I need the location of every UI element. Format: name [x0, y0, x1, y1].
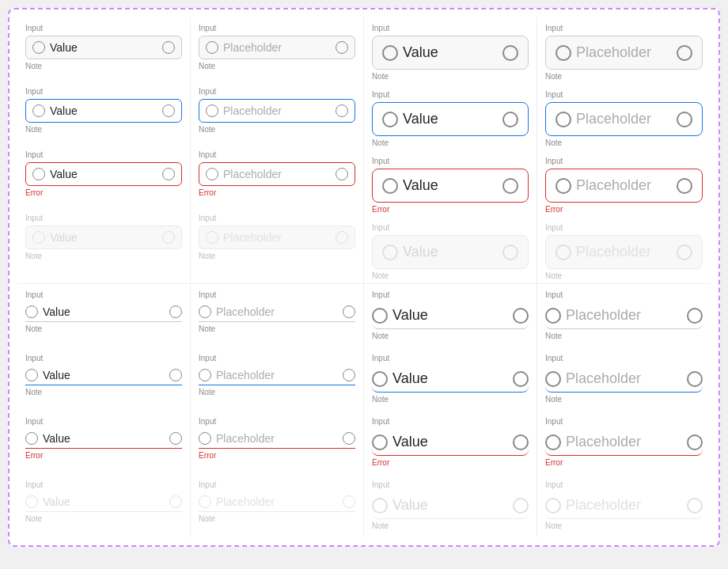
- col-small-bordered-value: Input Value Note Input Value: [17, 17, 191, 283]
- note-text: Note: [25, 252, 182, 260]
- note-text: Note: [372, 271, 529, 280]
- input-label: Input: [372, 417, 529, 426]
- input-field-bordered-placeholder-disabled: Placeholder: [199, 226, 355, 249]
- input-value: Value: [403, 111, 438, 127]
- note-text: Note: [25, 62, 182, 70]
- input-field-large-bordered-placeholder-error[interactable]: Placeholder: [545, 169, 703, 203]
- input-field-underline-ph-default[interactable]: Placeholder: [199, 302, 355, 322]
- input-field-bordered-error[interactable]: Value: [25, 162, 182, 186]
- radio-icon: [32, 231, 45, 244]
- input-block: Input Placeholder Error: [537, 150, 711, 217]
- radio-icon: [199, 305, 211, 318]
- radio-icon: [382, 112, 398, 127]
- radio-icon-right: [687, 308, 703, 324]
- radio-icon: [372, 434, 388, 450]
- input-field-underline-ph-active[interactable]: Placeholder: [199, 366, 355, 385]
- col-small-underline-placeholder: Input Placeholder Note Input Placeholder: [191, 283, 364, 537]
- input-block: Input Value Note: [364, 17, 537, 84]
- input-field-underline-ph-error[interactable]: Placeholder: [199, 429, 355, 449]
- input-field-underline-default[interactable]: Value: [25, 302, 182, 322]
- radio-icon: [555, 112, 571, 127]
- radio-icon-right: [336, 41, 348, 54]
- input-label: Input: [545, 90, 703, 99]
- input-label: Input: [545, 223, 703, 232]
- input-field-bordered-active[interactable]: Value: [25, 99, 182, 123]
- radio-icon: [25, 432, 38, 445]
- radio-icon-right: [162, 41, 175, 54]
- radio-icon: [545, 498, 561, 514]
- radio-icon: [545, 308, 561, 324]
- error-text: Error: [372, 458, 529, 467]
- radio-icon-right: [169, 432, 182, 445]
- main-container: Input Value Note Input Value: [8, 8, 720, 547]
- input-value: Value: [403, 244, 438, 260]
- radio-icon: [206, 231, 218, 244]
- input-field-large-underline-disabled: Value: [372, 492, 529, 519]
- input-label: Input: [199, 417, 355, 426]
- radio-icon: [555, 45, 571, 61]
- input-value: Value: [50, 41, 78, 54]
- radio-icon-right: [687, 498, 703, 514]
- radio-icon: [32, 41, 45, 54]
- input-field-underline-error[interactable]: Value: [25, 429, 182, 449]
- input-field-large-underline-ph-default[interactable]: Placeholder: [545, 302, 703, 329]
- radio-icon: [25, 369, 38, 381]
- error-text: Error: [199, 451, 355, 460]
- input-label: Input: [372, 90, 529, 99]
- input-block: Input Value Note: [364, 217, 537, 283]
- radio-icon: [372, 498, 388, 514]
- radio-icon: [372, 308, 388, 324]
- input-field-large-underline-active[interactable]: Value: [372, 366, 529, 393]
- input-value: Placeholder: [223, 231, 282, 244]
- input-field-large-bordered-placeholder-active[interactable]: Placeholder: [545, 102, 703, 136]
- input-field-large-bordered-active[interactable]: Value: [372, 102, 529, 136]
- input-field-large-bordered-placeholder-default[interactable]: Placeholder: [545, 36, 703, 70]
- input-field-bordered-placeholder-default[interactable]: Placeholder: [199, 36, 355, 59]
- radio-icon: [555, 245, 571, 260]
- error-text: Error: [25, 188, 182, 197]
- input-block: Input Placeholder Note: [191, 81, 363, 144]
- col-large-underline-placeholder: Input Placeholder Note Input Placeholder: [537, 283, 711, 537]
- radio-icon-right: [169, 305, 182, 318]
- input-field-large-underline-ph-error[interactable]: Placeholder: [545, 429, 703, 456]
- input-label: Input: [25, 480, 182, 489]
- input-value: Value: [403, 44, 438, 61]
- input-block: Input Value Note: [17, 81, 190, 144]
- input-field-large-bordered-default[interactable]: Value: [372, 36, 529, 70]
- input-field-large-underline-ph-active[interactable]: Placeholder: [545, 366, 703, 393]
- error-text: Error: [372, 205, 529, 214]
- input-field-bordered-placeholder-active[interactable]: Placeholder: [199, 99, 355, 123]
- note-text: Note: [545, 72, 703, 81]
- input-field-large-underline-default[interactable]: Value: [372, 302, 529, 329]
- input-label: Input: [199, 87, 355, 96]
- input-value: Value: [43, 495, 70, 508]
- radio-icon: [206, 104, 218, 117]
- input-field-underline-disabled: Value: [25, 492, 182, 512]
- input-value: Placeholder: [223, 168, 282, 180]
- radio-icon-right: [502, 45, 518, 61]
- input-field-bordered-default[interactable]: Value: [25, 36, 182, 59]
- input-block: Input Value Error: [17, 144, 190, 207]
- input-field-bordered-placeholder-error[interactable]: Placeholder: [199, 162, 355, 186]
- input-value: Placeholder: [216, 495, 275, 508]
- error-text: Error: [199, 188, 355, 197]
- input-value: Value: [392, 370, 428, 387]
- input-value: Placeholder: [223, 104, 282, 117]
- radio-icon-right: [677, 112, 692, 127]
- input-block: Input Placeholder Note: [191, 207, 363, 271]
- input-value: Value: [43, 432, 70, 445]
- input-label: Input: [199, 480, 355, 489]
- note-text: Note: [545, 522, 703, 530]
- radio-icon-right: [502, 178, 518, 194]
- note-text: Note: [25, 514, 182, 523]
- input-block: Input Placeholder Note: [537, 217, 711, 283]
- input-label: Input: [25, 354, 182, 362]
- input-field-large-bordered-error[interactable]: Value: [372, 169, 529, 203]
- input-block: Input Value Note: [17, 474, 190, 537]
- radio-icon: [555, 178, 571, 194]
- input-label: Input: [199, 150, 355, 159]
- input-field-underline-active[interactable]: Value: [25, 366, 182, 385]
- radio-icon-right: [343, 432, 355, 445]
- input-field-large-underline-error[interactable]: Value: [372, 429, 529, 456]
- radio-icon-right: [502, 245, 518, 260]
